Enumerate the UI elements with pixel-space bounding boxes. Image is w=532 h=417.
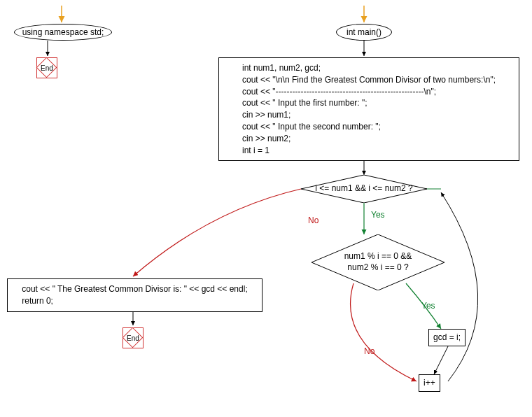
- node-inc-text: i++: [424, 377, 435, 389]
- end-node-1-text: End: [36, 57, 57, 78]
- end-node-2-text: End: [122, 327, 144, 348]
- node-main: int main(): [336, 24, 392, 41]
- label-no-1: No: [308, 215, 318, 225]
- node-namespace: using namespace std;: [14, 24, 112, 41]
- end-node-1: End: [36, 57, 57, 78]
- node-inc: i++: [419, 374, 440, 392]
- node-cond2-text: num1 % i == 0 && num2 % i == 0 ?: [344, 251, 412, 273]
- label-yes-1: Yes: [371, 210, 385, 220]
- node-assign: gcd = i;: [428, 329, 465, 346]
- node-namespace-text: using namespace std;: [22, 27, 104, 37]
- node-cond1: i <= num1 && i <= num2 ?: [301, 175, 427, 203]
- label-yes-2: Yes: [421, 301, 435, 311]
- node-output: cout << " The Greatest Common Divisor is…: [7, 278, 262, 312]
- label-no-2: No: [364, 346, 374, 356]
- end-node-2: End: [122, 327, 144, 348]
- node-cond2: num1 % i == 0 && num2 % i == 0 ?: [312, 234, 444, 290]
- node-main-text: int main(): [346, 27, 382, 37]
- node-assign-text: gcd = i;: [433, 332, 461, 344]
- node-output-text: cout << " The Greatest Common Divisor is…: [22, 283, 247, 307]
- node-block1: int num1, num2, gcd; cout << "\n\n Find …: [218, 57, 519, 161]
- node-block1-text: int num1, num2, gcd; cout << "\n\n Find …: [242, 62, 496, 156]
- svg-line-7: [434, 346, 448, 374]
- node-cond1-text: i <= num1 && i <= num2 ?: [315, 183, 412, 195]
